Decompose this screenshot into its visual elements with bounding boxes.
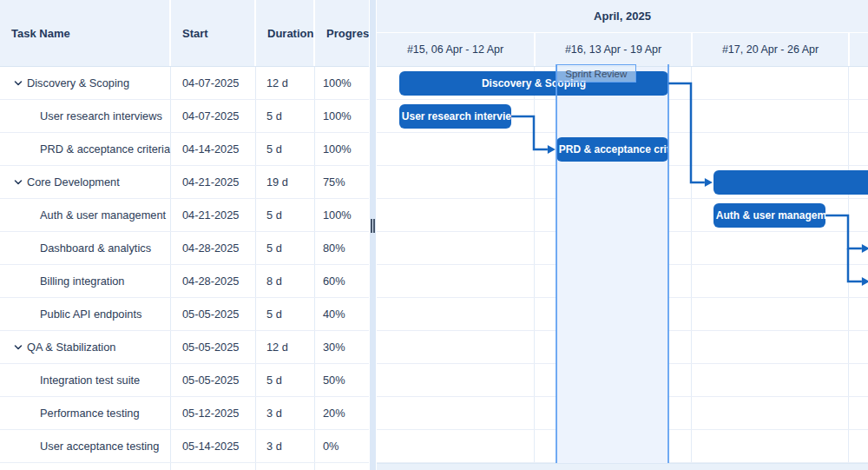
cell-start: 04-28-2025 [171, 265, 256, 297]
cell-task-name: Dashboard & analytics [0, 232, 171, 264]
column-header-start: Start [171, 0, 256, 66]
grid-body: Discovery & Scoping04-07-202512 d100%Use… [0, 67, 369, 463]
cell-task-name: Auth & user management [0, 199, 171, 231]
task-name-label: QA & Stabilization [27, 341, 115, 354]
cell-duration: 3 d [256, 397, 315, 429]
cell-duration: 12 d [256, 331, 315, 363]
horizontal-scrollbar[interactable] [377, 463, 868, 470]
task-row[interactable]: Integration test suite05-05-20255 d50% [0, 364, 369, 397]
timeline-marker-label: Sprint Review [556, 64, 636, 83]
task-bar-label: PRD & acceptance criteria [559, 143, 668, 156]
cell-task-name: PRD & acceptance criteria [0, 133, 171, 165]
cell-start: 05-12-2025 [171, 397, 256, 429]
task-row[interactable]: QA & Stabilization05-05-202512 d30% [0, 331, 369, 364]
cell-empty [315, 463, 369, 470]
task-name-label: User acceptance testing [40, 440, 159, 453]
cell-progress: 75% [315, 166, 369, 198]
cell-task-name: User acceptance testing [0, 430, 171, 462]
cell-start: 05-05-2025 [171, 298, 256, 330]
cell-task-name: Core Development [0, 166, 171, 198]
sprint-review-highlight [556, 67, 668, 463]
task-row[interactable]: Performance testing05-12-20253 d20% [0, 397, 369, 430]
week-gridline [691, 67, 692, 463]
task-name-label: Core Development [27, 175, 120, 189]
cell-duration: 5 d [256, 364, 315, 396]
task-bar[interactable]: Auth & user management [713, 203, 825, 228]
cell-progress: 100% [315, 199, 369, 231]
grid-next-row-sliver [0, 463, 369, 470]
task-row[interactable]: Core Development04-21-202519 d75% [0, 166, 369, 199]
task-row[interactable]: User acceptance testing05-14-20253 d0% [0, 430, 369, 463]
task-row[interactable]: Public API endpoints05-05-20255 d40% [0, 298, 369, 331]
task-row[interactable]: Dashboard & analytics04-28-20255 d80% [0, 232, 369, 265]
cell-duration: 3 d [256, 430, 315, 462]
splitter-grip-icon[interactable] [371, 219, 375, 233]
task-bar[interactable]: User research interviews [399, 104, 511, 129]
cell-progress: 20% [315, 397, 369, 429]
cell-duration: 5 d [256, 133, 315, 165]
task-row[interactable]: Billing integration04-28-20258 d60% [0, 265, 369, 298]
task-name-label: Discovery & Scoping [27, 76, 129, 89]
task-bar-label: Auth & user management [716, 209, 825, 222]
task-name-label: PRD & acceptance criteria [40, 142, 170, 156]
collapse-chevron-icon[interactable] [12, 341, 24, 354]
collapse-chevron-icon[interactable] [12, 77, 24, 89]
cell-progress: 100% [315, 67, 369, 99]
task-name-label: Dashboard & analytics [40, 242, 151, 255]
cell-progress: 80% [315, 232, 369, 264]
task-name-label: Performance testing [40, 407, 140, 420]
cell-progress: 0% [315, 430, 369, 462]
month-header: April, 2025 [377, 0, 868, 33]
task-row[interactable]: Discovery & Scoping04-07-202512 d100% [0, 67, 369, 100]
cell-start: 04-28-2025 [171, 232, 256, 264]
collapse-chevron-icon[interactable] [12, 176, 24, 189]
grid-header: Task NameStartDurationProgress [0, 0, 369, 67]
week-header-cell: #15, 06 Apr - 12 Apr [377, 33, 534, 66]
cell-start: 04-07-2025 [171, 100, 256, 132]
task-name-label: Auth & user management [40, 209, 166, 222]
task-bar[interactable]: PRD & acceptance criteria [556, 137, 668, 162]
gantt-app: Task NameStartDurationProgress Discovery… [0, 0, 868, 470]
task-bar-label: User research interviews [402, 110, 511, 122]
month-label: April, 2025 [594, 10, 651, 23]
cell-progress: 30% [315, 331, 369, 363]
cell-duration: 5 d [256, 100, 315, 132]
task-row[interactable]: User research interviews04-07-20255 d100… [0, 100, 369, 133]
task-grid: Task NameStartDurationProgress Discovery… [0, 0, 369, 470]
cell-empty [171, 463, 256, 470]
cell-task-name: Integration test suite [0, 364, 171, 396]
cell-duration: 5 d [256, 232, 315, 264]
cell-task-name: Public API endpoints [0, 298, 171, 330]
arrowhead-icon [862, 244, 868, 253]
cell-progress: 100% [315, 133, 369, 165]
cell-progress: 40% [315, 298, 369, 330]
column-header-duration: Duration [256, 0, 315, 66]
cell-task-name: User research interviews [0, 100, 171, 132]
timeline-body: Discovery & ScopingUser research intervi… [377, 67, 868, 463]
task-row[interactable]: PRD & acceptance criteria04-14-20255 d10… [0, 133, 369, 166]
task-row[interactable]: Auth & user management04-21-20255 d100% [0, 199, 369, 232]
cell-progress: 100% [315, 100, 369, 132]
cell-progress: 60% [315, 265, 369, 297]
task-bar[interactable] [713, 170, 868, 195]
cell-duration: 5 d [256, 298, 315, 330]
week-header: #15, 06 Apr - 12 Apr#16, 13 Apr - 19 Apr… [377, 33, 868, 67]
cell-start: 05-05-2025 [171, 364, 256, 396]
week-gridline [534, 67, 535, 463]
task-name-label: Public API endpoints [40, 308, 141, 321]
cell-duration: 19 d [256, 166, 315, 198]
timeline-pane: April, 2025 #15, 06 Apr - 12 Apr#16, 13 … [377, 0, 868, 470]
cell-start: 05-05-2025 [171, 331, 256, 363]
task-name-label: Integration test suite [40, 374, 140, 387]
cell-start: 04-21-2025 [171, 199, 256, 231]
cell-task-name: QA & Stabilization [0, 331, 171, 363]
cell-task-name: Performance testing [0, 397, 171, 429]
cell-task-name: Discovery & Scoping [0, 67, 171, 99]
week-header-cell: #17, 20 Apr - 26 Apr [691, 33, 848, 66]
task-name-label: Billing integration [40, 275, 124, 288]
cell-progress: 50% [315, 364, 369, 396]
arrowhead-icon [862, 277, 868, 286]
arrowhead-icon [705, 178, 713, 187]
grid-timeline-splitter[interactable] [369, 0, 377, 470]
cell-duration: 5 d [256, 199, 315, 231]
